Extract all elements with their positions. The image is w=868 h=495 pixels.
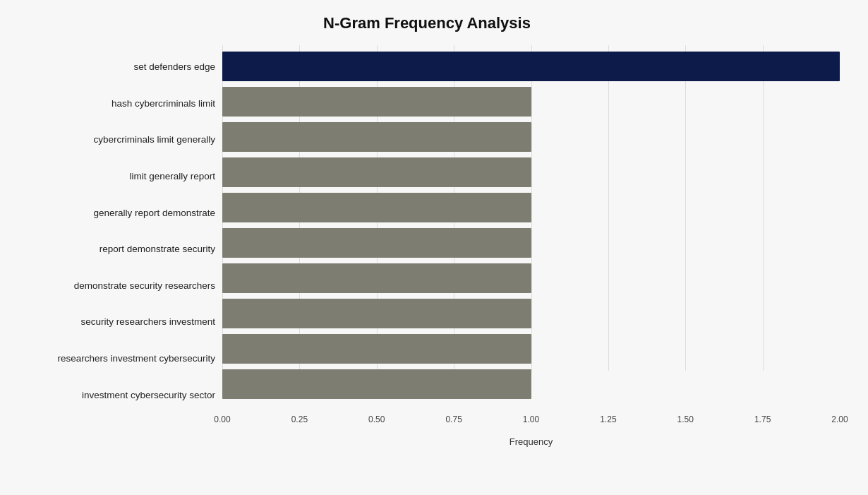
y-label: researchers investment cybersecurity xyxy=(57,340,215,377)
x-axis-label: Frequency xyxy=(510,436,553,447)
bar xyxy=(222,52,840,81)
y-label: investment cybersecurity sector xyxy=(82,376,215,413)
x-tick: 1.75 xyxy=(754,415,771,424)
y-label: generally report demonstrate xyxy=(93,194,215,231)
y-label: hash cybercriminals limit xyxy=(111,85,215,122)
chart-area: set defenders edgehash cybercriminals li… xyxy=(14,45,840,434)
x-tick: 0.25 xyxy=(291,415,308,424)
y-label: cybercriminals limit generally xyxy=(93,121,215,158)
x-tick: 1.50 xyxy=(677,415,694,424)
bar xyxy=(222,157,531,187)
bar-row xyxy=(222,225,840,261)
bar-row xyxy=(222,119,840,155)
bar xyxy=(222,193,531,222)
x-tick: 0.50 xyxy=(368,415,385,424)
bar-row xyxy=(222,296,840,331)
bar-row xyxy=(222,331,840,366)
chart-title: N-Gram Frequency Analysis xyxy=(14,14,840,32)
x-tick: 2.00 xyxy=(831,415,848,424)
x-tick: 0.00 xyxy=(214,415,230,424)
y-label: report demonstrate security xyxy=(100,231,215,268)
grid-and-bars xyxy=(222,45,840,413)
bar-row xyxy=(222,49,840,84)
bar-row xyxy=(222,84,840,119)
bar xyxy=(222,369,531,399)
bar-row xyxy=(222,155,840,190)
y-label: security researchers investment xyxy=(80,304,215,340)
x-axis: Frequency 0.000.250.500.751.001.251.501.… xyxy=(222,413,840,434)
y-axis: set defenders edgehash cybercriminals li… xyxy=(14,45,222,434)
y-label: set defenders edge xyxy=(133,49,215,85)
bar-row xyxy=(222,190,840,225)
x-tick: 1.25 xyxy=(600,415,616,424)
bar xyxy=(222,299,531,328)
y-label: demonstrate security researchers xyxy=(74,268,215,304)
bar-row xyxy=(222,261,840,296)
bars-wrapper xyxy=(222,45,840,392)
bar xyxy=(222,87,531,117)
bar-row xyxy=(222,366,840,402)
bars-section: Frequency 0.000.250.500.751.001.251.501.… xyxy=(222,45,840,434)
bar xyxy=(222,263,531,293)
y-label: limit generally report xyxy=(129,158,215,195)
bar xyxy=(222,334,531,364)
x-tick: 0.75 xyxy=(445,415,462,424)
bar xyxy=(222,122,531,152)
x-tick: 1.00 xyxy=(523,415,539,424)
chart-container: N-Gram Frequency Analysis set defenders … xyxy=(0,0,868,495)
bar xyxy=(222,228,531,258)
